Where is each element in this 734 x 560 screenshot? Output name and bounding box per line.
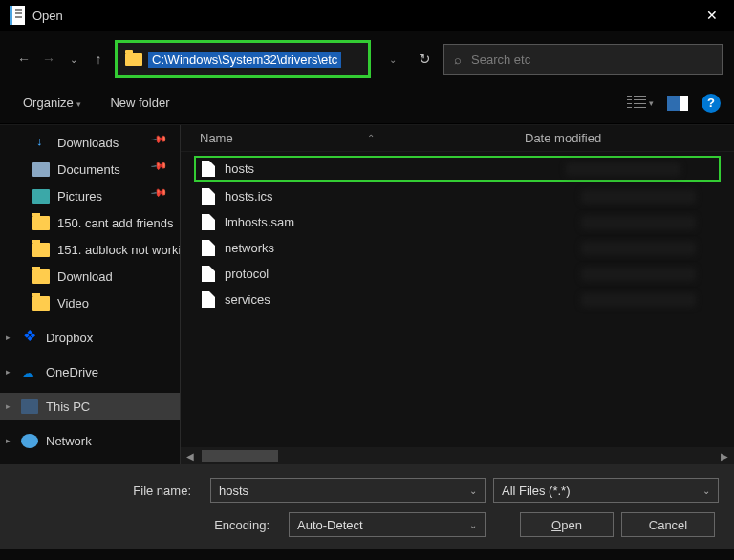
close-button[interactable]: ✕ (690, 0, 734, 31)
file-filter-select[interactable]: All Files (*.*)⌄ (493, 478, 719, 503)
refresh-button[interactable]: ↻ (413, 51, 436, 68)
navigation-row: ← → ⌄ ↑ C:\Windows\System32\drivers\etc … (0, 31, 734, 88)
preview-pane-button[interactable] (667, 96, 688, 111)
file-row[interactable]: hosts (194, 156, 721, 182)
file-icon (202, 188, 215, 205)
view-button[interactable]: ▾ (627, 96, 654, 111)
sidebar-item-downloads[interactable]: ↓ Downloads📌 (0, 129, 180, 156)
column-name[interactable]: Name⌃ (200, 131, 525, 145)
documents-icon (32, 162, 50, 177)
encoding-label: Encoding: (15, 518, 281, 532)
folder-icon (32, 296, 50, 311)
file-icon (202, 291, 215, 308)
forward-button[interactable]: → (40, 52, 57, 67)
sidebar-item-network[interactable]: ▸ Network (0, 427, 180, 454)
sidebar-item-pictures[interactable]: Pictures📌 (0, 183, 180, 209)
file-row[interactable]: lmhosts.sam (181, 209, 734, 235)
titlebar: Open ✕ (0, 0, 734, 31)
help-button[interactable]: ? (702, 94, 721, 113)
open-button[interactable]: Open (520, 512, 614, 537)
recent-locations-button[interactable]: ⌄ (65, 54, 82, 65)
pictures-icon (32, 189, 50, 204)
file-icon (202, 240, 215, 256)
column-date[interactable]: Date modified (525, 131, 601, 145)
file-list: hosts hosts.ics lmhosts.sam networks pro (181, 152, 734, 316)
pin-icon: 📌 (150, 183, 176, 207)
folder-icon (32, 216, 50, 230)
cancel-button[interactable]: Cancel (621, 512, 715, 537)
column-headers: Name⌃ Date modified (181, 125, 734, 152)
scroll-left-icon[interactable]: ◀ (183, 451, 198, 462)
file-row[interactable]: services (181, 287, 734, 312)
network-icon (21, 434, 38, 448)
sidebar-item-onedrive[interactable]: ▸ ☁ OneDrive (0, 358, 180, 385)
horizontal-scrollbar[interactable]: ◀ ▶ (181, 447, 734, 464)
onedrive-icon: ☁ (21, 365, 38, 379)
file-row[interactable]: hosts.ics (181, 183, 734, 209)
folder-icon (32, 269, 50, 284)
address-bar[interactable]: C:\Windows\System32\drivers\etc (115, 40, 371, 78)
file-icon (202, 161, 215, 177)
file-row[interactable]: networks (181, 235, 734, 261)
folder-icon (125, 53, 142, 66)
pc-icon (21, 399, 38, 414)
sidebar-item-documents[interactable]: Documents📌 (0, 156, 180, 183)
pin-icon: 📌 (150, 130, 176, 154)
chevron-down-icon[interactable]: ⌄ (702, 485, 710, 496)
file-pane: Name⌃ Date modified hosts hosts.ics lmho… (180, 125, 734, 464)
notepad-icon (10, 6, 25, 25)
sidebar-item-folder[interactable]: Video (0, 290, 180, 316)
sidebar: ↓ Downloads📌 Documents📌 Pictures📌 150. c… (0, 125, 180, 464)
search-input[interactable]: ⌕ Search etc (443, 44, 723, 75)
sort-indicator-icon: ⌃ (367, 133, 375, 143)
pin-icon: 📌 (150, 157, 176, 181)
address-path[interactable]: C:\Windows\System32\drivers\etc (148, 52, 341, 68)
new-folder-button[interactable]: New folder (104, 92, 175, 114)
window-title: Open (32, 9, 63, 23)
search-placeholder: Search etc (471, 53, 530, 67)
sidebar-item-thispc[interactable]: ▸ This PC (0, 393, 180, 420)
download-icon: ↓ (32, 136, 50, 150)
sidebar-item-folder[interactable]: 151. adblock not working (0, 236, 180, 263)
bottom-panel: File name: hosts⌄ All Files (*.*)⌄ Encod… (0, 464, 734, 549)
file-row[interactable]: protocol (181, 261, 734, 287)
back-button[interactable]: ← (15, 52, 32, 67)
folder-icon (32, 243, 50, 257)
chevron-down-icon[interactable]: ⌄ (469, 520, 477, 530)
file-icon (202, 214, 215, 230)
scroll-right-icon[interactable]: ▶ (717, 451, 732, 462)
sidebar-item-folder[interactable]: 150. cant add friends (0, 209, 180, 236)
scroll-thumb[interactable] (202, 450, 278, 462)
address-dropdown[interactable]: ⌄ (380, 54, 405, 65)
up-button[interactable]: ↑ (90, 52, 107, 67)
sidebar-item-dropbox[interactable]: ▸ ❖ Dropbox (0, 324, 180, 351)
details-view-icon (627, 96, 646, 111)
file-icon (202, 266, 215, 282)
search-icon: ⌕ (454, 53, 462, 67)
sidebar-item-folder[interactable]: Download (0, 263, 180, 290)
toolbar: Organize ▾ New folder ▾ ? (0, 88, 734, 124)
dropbox-icon: ❖ (21, 331, 38, 345)
filename-label: File name: (15, 484, 203, 498)
filename-input[interactable]: hosts⌄ (210, 478, 486, 503)
encoding-select[interactable]: Auto-Detect⌄ (289, 512, 486, 537)
organize-button[interactable]: Organize ▾ (17, 92, 87, 114)
main-area: ↓ Downloads📌 Documents📌 Pictures📌 150. c… (0, 124, 734, 464)
chevron-down-icon[interactable]: ⌄ (469, 485, 477, 496)
